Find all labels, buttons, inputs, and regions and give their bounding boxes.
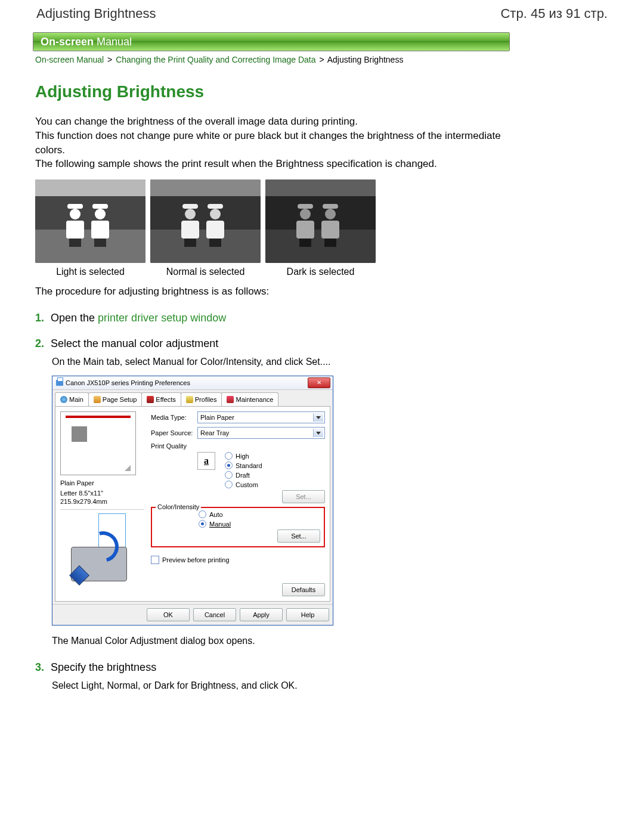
tab-maintenance-label: Maintenance — [236, 396, 273, 403]
color-intensity-set-button[interactable]: Set... — [277, 529, 320, 543]
radio-high-label: High — [236, 453, 249, 460]
intro-line-2: This function does not change pure white… — [35, 129, 507, 157]
tab-profiles[interactable]: Profiles — [181, 392, 222, 406]
chevron-down-icon — [316, 432, 321, 435]
tab-profiles-label: Profiles — [195, 396, 217, 403]
dialog-title: Canon JX510P series Printing Preferences — [66, 379, 190, 386]
breadcrumb-link-2[interactable]: Changing the Print Quality and Correctin… — [116, 55, 315, 64]
radio-manual-label: Manual — [209, 521, 231, 528]
tab-page-setup[interactable]: Page Setup — [88, 392, 143, 406]
cancel-button[interactable]: Cancel — [193, 608, 236, 621]
page-setup-icon — [94, 396, 101, 403]
step-2-title: Select the manual color adjustment — [51, 337, 218, 349]
page-title: Adjusting Brightness — [36, 6, 156, 21]
printer-icon — [56, 380, 63, 386]
tab-main-label: Main — [69, 396, 83, 403]
radio-manual[interactable] — [199, 520, 206, 528]
paper-source-label: Paper Source: — [151, 429, 197, 436]
color-intensity-label: Color/Intensity — [156, 503, 201, 510]
radio-custom[interactable] — [225, 481, 233, 488]
profiles-icon — [186, 396, 193, 403]
tab-main[interactable]: Main — [55, 392, 89, 406]
chevron-down-icon — [316, 416, 321, 419]
ok-button[interactable]: OK — [147, 608, 190, 621]
color-intensity-group: Color/Intensity Auto Manual Set... — [151, 507, 325, 547]
step-3-title: Specify the brightness — [51, 661, 156, 673]
apply-button[interactable]: Apply — [240, 608, 283, 621]
left-status-size: Letter 8.5"x11" 215.9x279.4mm — [60, 489, 144, 506]
intro-line-3: The following sample shows the print res… — [35, 157, 507, 171]
breadcrumb: On-screen Manual > Changing the Print Qu… — [33, 55, 510, 64]
printer-illustration — [60, 513, 138, 591]
page-preview — [60, 411, 136, 475]
sample-image-normal — [150, 179, 261, 263]
radio-auto[interactable] — [199, 510, 206, 518]
tab-effects[interactable]: Effects — [141, 392, 181, 406]
quality-set-button[interactable]: Set... — [282, 490, 325, 503]
step-1-link[interactable]: printer driver setup window — [98, 312, 226, 324]
help-button[interactable]: Help — [286, 608, 329, 621]
sample-label-light: Light is selected — [35, 267, 145, 277]
tab-effects-label: Effects — [156, 396, 175, 403]
breadcrumb-link-1[interactable]: On-screen Manual — [35, 55, 104, 64]
sample-label-normal: Normal is selected — [150, 267, 261, 277]
effects-icon — [147, 396, 154, 403]
step-2-after: The Manual Color Adjustment dialog box o… — [35, 634, 510, 648]
printing-preferences-dialog: Canon JX510P series Printing Preferences… — [52, 376, 333, 625]
intro-line-1: You can change the brightness of the ove… — [35, 114, 507, 129]
sample-image-dark — [265, 179, 376, 263]
step-3-body: Select Light, Normal, or Dark for Bright… — [35, 679, 510, 692]
breadcrumb-sep-2: > — [318, 55, 325, 64]
sample-label-dark: Dark is selected — [265, 267, 376, 277]
step-1-number: 1. — [35, 312, 44, 324]
media-type-dropdown[interactable]: Plain Paper — [197, 411, 325, 423]
sample-row — [33, 179, 510, 263]
tabs-row: Main Page Setup Effects Profiles — [52, 390, 333, 406]
radio-draft[interactable] — [225, 471, 233, 479]
radio-custom-label: Custom — [236, 481, 258, 488]
radio-standard[interactable] — [225, 462, 233, 469]
media-type-value: Plain Paper — [200, 414, 234, 421]
globe-icon — [60, 396, 67, 403]
procedure-intro: The procedure for adjusting brightness i… — [33, 286, 510, 298]
radio-standard-label: Standard — [236, 462, 262, 469]
preview-before-printing-label: Preview before printing — [162, 556, 230, 563]
tab-page-setup-label: Page Setup — [103, 396, 137, 403]
banner-prefix: On-screen — [41, 36, 94, 48]
paper-source-dropdown[interactable]: Rear Tray — [197, 427, 325, 439]
page-counter: Стр. 45 из 91 стр. — [500, 6, 608, 21]
main-heading: Adjusting Brightness — [33, 82, 510, 101]
radio-high[interactable] — [225, 452, 233, 460]
radio-auto-label: Auto — [209, 511, 223, 518]
paper-source-value: Rear Tray — [200, 429, 229, 436]
step-1-prefix: Open the — [51, 312, 98, 324]
maintenance-icon — [227, 396, 234, 403]
breadcrumb-current: Adjusting Brightness — [327, 55, 404, 64]
defaults-button[interactable]: Defaults — [282, 583, 325, 596]
step-3-number: 3. — [35, 661, 44, 673]
banner: On-screen Manual — [33, 32, 510, 51]
left-status-media: Plain Paper — [60, 479, 144, 487]
print-quality-label: Print Quality — [151, 442, 325, 450]
step-2-number: 2. — [35, 337, 44, 349]
quality-preview-icon: a — [197, 452, 215, 470]
preview-before-printing-checkbox[interactable] — [151, 556, 159, 564]
close-button[interactable]: ✕ — [308, 377, 330, 388]
tab-maintenance[interactable]: Maintenance — [221, 392, 278, 406]
media-type-label: Media Type: — [151, 414, 197, 421]
banner-suffix: Manual — [97, 36, 132, 48]
radio-draft-label: Draft — [236, 472, 250, 479]
sample-image-light — [35, 179, 145, 263]
step-2-body: On the Main tab, select Manual for Color… — [35, 355, 510, 368]
breadcrumb-sep-1: > — [106, 55, 113, 64]
